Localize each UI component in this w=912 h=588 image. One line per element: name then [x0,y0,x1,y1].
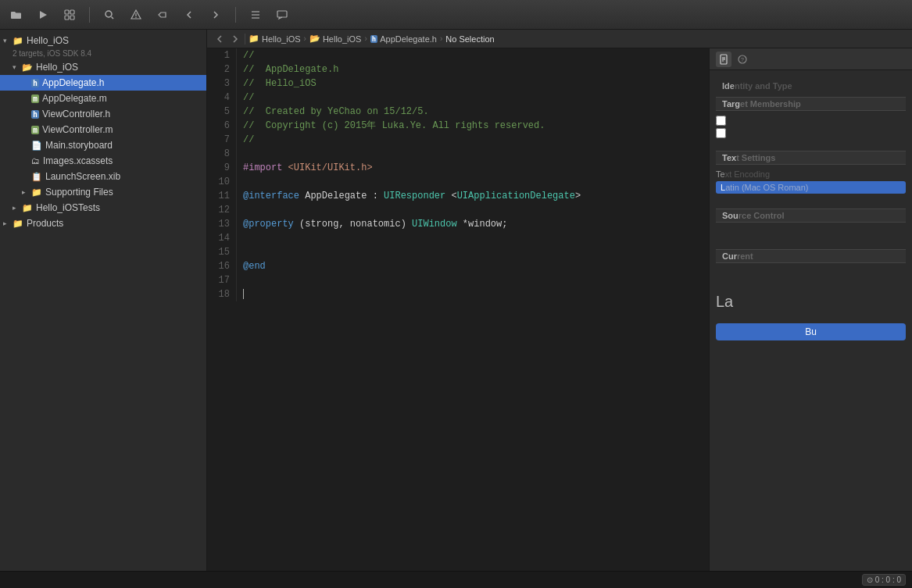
sidebar-item-launchscreen-xib[interactable]: ◇ 📋 LaunchScreen.xib [0,169,206,184]
svg-marker-9 [159,12,166,17]
text-settings-section: Text Settings Text Encoding Latin (Mac O… [716,151,906,199]
nav-back-button[interactable] [213,33,226,45]
line-number: 13 [207,217,237,231]
line-content: // Copyright (c) 2015年 Luka.Ye. All righ… [237,119,709,133]
h-icon: h [370,35,377,43]
triangle-icon [3,219,11,227]
sidebar-item-viewcontroller-h[interactable]: ◇ h ViewController.h [0,106,206,122]
line-number: 12 [207,203,237,217]
target-checkbox-1[interactable] [716,116,726,126]
breadcrumb-label: Hello_iOS [323,34,362,44]
line-content [237,175,709,189]
identity-section: Identity and Type Target Membership [716,77,906,141]
storyboard-icon: 📄 [31,141,42,151]
line-content [237,231,709,245]
breadcrumb-chevron: › [304,34,306,43]
line-number: 14 [207,231,237,245]
m-file-icon: m [31,126,39,134]
text-settings-header: Text Settings [716,151,906,165]
code-line: 4 // [207,91,709,105]
line-content: // [237,91,709,105]
folder-icon[interactable] [8,6,25,23]
sidebar-item-label: Hello_iOSTests [36,202,100,213]
sidebar-item-images-xcassets[interactable]: ◇ 🗂 Images.xcassets [0,153,206,169]
breadcrumb-hello-ios[interactable]: 📁 Hello_iOS [249,34,301,44]
code-line: 2 // AppDelegate.h [207,62,709,77]
triangle-icon [3,37,11,45]
folder-icon: 📁 [31,187,42,198]
target-item [716,128,906,138]
code-line: 13 @property (strong, nonatomic) UIWindo… [207,217,709,231]
target-checkbox-2[interactable] [716,128,726,138]
target-membership-header: Target Membership [716,97,906,111]
svg-rect-3 [65,16,69,20]
sidebar-item-supporting-files[interactable]: 📁 Supporting Files [0,184,206,200]
run-button[interactable] [34,6,52,23]
line-content: // AppDelegate.h [237,62,709,77]
line-number: 4 [207,91,237,105]
bu-button[interactable]: Bu [716,323,906,340]
line-content: // Hello_iOS [237,77,709,91]
code-line: 18 [207,287,709,301]
triangle-icon [13,204,20,212]
code-editor[interactable]: 1 // 2 // AppDelegate.h 3 // Hello_iOS 4… [207,48,709,571]
back-button[interactable] [181,6,198,23]
folder-icon: 📁 [13,36,23,46]
sidebar-item-appdelegate-m[interactable]: ◇ m AppDelegate.m [0,91,206,106]
line-content [237,273,709,287]
line-content: @property (strong, nonatomic) UIWindow *… [237,217,709,231]
la-title: La [716,290,906,314]
folder-icon: 📁 [13,219,23,229]
inspector-tab-file[interactable] [716,52,731,67]
toolbar-separator-1 [89,7,90,23]
line-number: 17 [207,273,237,287]
grid-view-icon[interactable] [61,6,78,23]
text-settings-content: Text Encoding Latin (Mac OS Roman) [716,166,906,199]
sidebar-item-viewcontroller-m[interactable]: ◇ m ViewController.m [0,122,206,137]
line-content: @interface AppDelegate : UIResponder <UI… [237,189,709,203]
svg-rect-2 [70,10,74,14]
sidebar-item-hello-ios-group[interactable]: 📂 Hello_iOS [0,59,206,75]
sidebar-item-label: Products [27,218,63,229]
line-number: 2 [207,62,237,77]
sidebar-item-main-storyboard[interactable]: ◇ 📄 Main.storyboard [0,137,206,153]
code-line: 3 // Hello_iOS [207,77,709,91]
forward-button[interactable] [207,6,224,23]
code-line: 8 [207,147,709,161]
code-lines: 1 // 2 // AppDelegate.h 3 // Hello_iOS 4… [207,48,709,301]
line-number: 1 [207,48,237,62]
bottom-bar: ⊙ 0 : 0 : 0 [0,571,912,588]
line-number: 11 [207,189,237,203]
triangle-icon [22,188,30,196]
panel-title: Identity and Type [716,77,906,94]
toolbar-separator-2 [235,7,236,23]
svg-rect-1 [65,10,69,14]
sidebar-item-appdelegate-h[interactable]: ◇ h AppDelegate.h [0,75,206,91]
current-section: Current [716,249,906,280]
source-control-section: Source Control [716,208,906,240]
text-encoding-value[interactable]: Latin (Mac OS Roman) [716,181,906,194]
sidebar-item-hello-ios-root[interactable]: 📁 Hello_iOS [0,33,206,48]
line-number: 18 [207,287,237,301]
line-number: 3 [207,77,237,91]
line-number: 7 [207,133,237,147]
svg-point-5 [106,11,112,17]
source-control-content [716,224,906,240]
sidebar-item-label: Hello_iOS [36,62,78,73]
breakpoint-icon[interactable] [154,6,171,23]
breadcrumb-hello-ios-group[interactable]: 📂 Hello_iOS [309,34,362,44]
svg-text:?: ? [741,57,744,62]
breadcrumb-appdelegate-h[interactable]: h AppDelegate.h [370,34,437,44]
sidebar-item-hello-ios-tests[interactable]: 📁 Hello_iOSTests [0,200,206,216]
warning-icon[interactable] [127,6,145,23]
inspector-tab-quick-help[interactable]: ? [735,52,750,67]
sidebar-item-label: Supporting Files [45,187,113,198]
search-toolbar-icon[interactable] [101,6,118,23]
target-membership-list [716,112,906,141]
comment-icon[interactable] [274,6,291,23]
sidebar-item-products[interactable]: 📁 Products [0,216,206,231]
list-view-icon[interactable] [247,6,264,23]
nav-forward-button[interactable] [229,33,241,45]
line-content: // [237,133,709,147]
breadcrumb-label: AppDelegate.h [380,34,437,44]
